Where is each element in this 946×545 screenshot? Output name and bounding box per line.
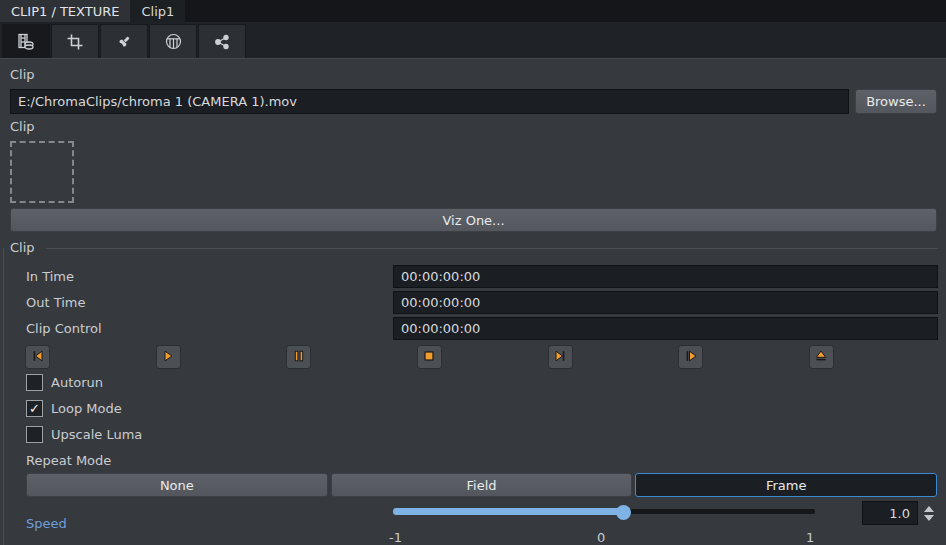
upscale-luma-row: Upscale Luma bbox=[26, 425, 142, 443]
repeat-mode-frame: Frame bbox=[635, 473, 937, 497]
skip-to-start-button[interactable] bbox=[25, 345, 50, 369]
clip-path-input[interactable] bbox=[10, 89, 849, 114]
out-time-input[interactable] bbox=[393, 291, 938, 314]
speed-scale-mid: 0 bbox=[597, 530, 605, 545]
skip-to-start-icon bbox=[30, 348, 46, 367]
eject-button[interactable] bbox=[809, 345, 834, 369]
step-forward-button[interactable] bbox=[678, 345, 703, 369]
clip-control-label: Clip Control bbox=[26, 321, 102, 336]
loop-mode-checkbox[interactable]: ✓ bbox=[26, 400, 43, 417]
icon-tab-strip bbox=[2, 24, 247, 58]
speed-scale-min: -1 bbox=[389, 530, 402, 545]
share-icon bbox=[214, 34, 230, 50]
stop-icon bbox=[421, 348, 437, 367]
browse-button[interactable]: Browse... bbox=[855, 89, 937, 114]
skip-to-end-icon bbox=[552, 348, 568, 367]
step-forward-icon bbox=[683, 348, 699, 367]
stop-button[interactable] bbox=[417, 345, 442, 369]
pause-button[interactable] bbox=[286, 345, 311, 369]
skip-to-end-button[interactable] bbox=[548, 345, 573, 369]
flashlight-icon bbox=[116, 34, 132, 50]
eject-icon bbox=[813, 348, 829, 367]
repeat-mode-segments: None Field Frame bbox=[26, 473, 937, 497]
spinner-up-icon[interactable] bbox=[924, 506, 934, 512]
clip-panel: Clip Browse... Clip Viz One... Clip In T… bbox=[0, 58, 946, 545]
sphere-icon bbox=[165, 33, 182, 50]
loop-mode-row: ✓ Loop Mode bbox=[26, 399, 122, 417]
transport-controls bbox=[25, 345, 834, 369]
clip-drop-label: Clip bbox=[10, 119, 35, 134]
autorun-checkbox[interactable] bbox=[26, 374, 43, 391]
pause-icon bbox=[291, 348, 307, 367]
window-tab-bar: CLIP1 / TEXTURE Clip1 bbox=[0, 0, 946, 22]
play-icon bbox=[160, 348, 176, 367]
toolbar-tab-keying[interactable] bbox=[100, 24, 148, 58]
viz-one-button[interactable]: Viz One... bbox=[10, 208, 937, 232]
speed-value-input[interactable] bbox=[862, 501, 918, 525]
speed-slider-handle[interactable] bbox=[616, 505, 631, 520]
crop-icon bbox=[67, 34, 83, 50]
upscale-luma-label: Upscale Luma bbox=[51, 427, 142, 442]
clip-drop-target[interactable] bbox=[10, 141, 74, 203]
autorun-label: Autorun bbox=[51, 375, 103, 390]
in-time-input[interactable] bbox=[393, 265, 938, 288]
repeat-field-button[interactable]: Field bbox=[331, 473, 633, 497]
clip-group-label: Clip bbox=[10, 240, 35, 255]
clip-icon bbox=[17, 33, 35, 51]
clip-group-divider bbox=[46, 248, 938, 249]
upscale-luma-checkbox[interactable] bbox=[26, 426, 43, 443]
speed-slider-fill bbox=[393, 508, 623, 515]
icon-toolbar bbox=[0, 22, 946, 58]
toolbar-tab-clip[interactable] bbox=[2, 24, 50, 58]
clip-file-label: Clip bbox=[10, 67, 35, 82]
repeat-mode-field: Field bbox=[331, 473, 633, 497]
speed-label: Speed bbox=[26, 516, 67, 531]
repeat-frame-button[interactable]: Frame bbox=[635, 473, 937, 497]
in-time-label: In Time bbox=[26, 269, 74, 284]
clip-group-border bbox=[3, 248, 4, 545]
autorun-row: Autorun bbox=[26, 373, 103, 391]
speed-scale-max: 1 bbox=[806, 530, 814, 545]
toolbar-tab-share[interactable] bbox=[198, 24, 246, 58]
tab-clip1[interactable]: Clip1 bbox=[130, 0, 185, 22]
toolbar-tab-crop[interactable] bbox=[51, 24, 99, 58]
toolbar-tab-sphere[interactable] bbox=[149, 24, 197, 58]
clip-texture-editor: CLIP1 / TEXTURE Clip1 bbox=[0, 0, 946, 545]
repeat-none-button[interactable]: None bbox=[26, 473, 328, 497]
clip-control-input[interactable] bbox=[393, 317, 938, 340]
loop-mode-label: Loop Mode bbox=[51, 401, 122, 416]
play-button[interactable] bbox=[156, 345, 181, 369]
spinner-down-icon[interactable] bbox=[924, 515, 934, 521]
out-time-label: Out Time bbox=[26, 295, 86, 310]
speed-slider-track[interactable] bbox=[393, 509, 815, 514]
repeat-mode-label: Repeat Mode bbox=[26, 453, 111, 468]
speed-spinner bbox=[920, 501, 937, 525]
repeat-mode-none: None bbox=[26, 473, 328, 497]
tab-clip1-texture[interactable]: CLIP1 / TEXTURE bbox=[0, 0, 130, 22]
